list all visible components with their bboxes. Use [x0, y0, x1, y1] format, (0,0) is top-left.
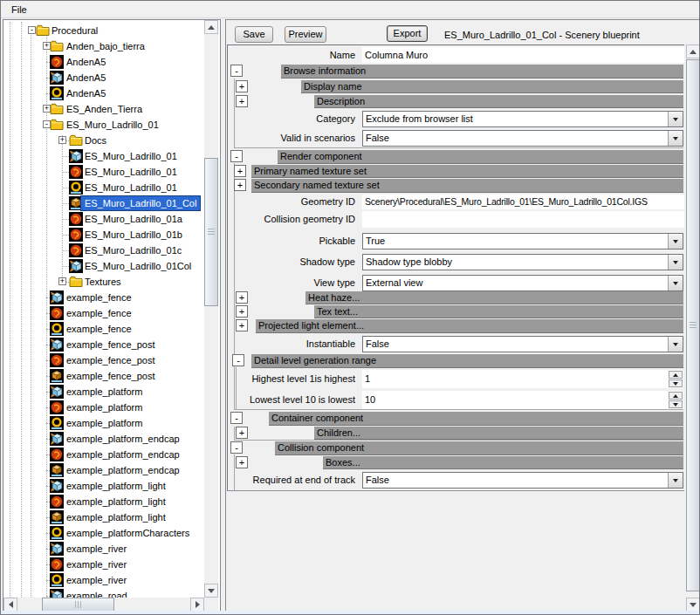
name-field[interactable]: Columna Muro — [362, 47, 684, 63]
menu-file[interactable]: File — [4, 2, 34, 17]
tree-item[interactable]: example_platform — [3, 415, 204, 431]
tree-item[interactable]: ES_Muro_Ladrillo_01_Col — [3, 195, 204, 211]
expander-button[interactable]: - — [230, 441, 243, 454]
save-button[interactable]: Save — [235, 26, 273, 43]
tree-item[interactable]: AndenA5 — [3, 85, 204, 101]
tree-item[interactable]: +ES_Anden_Tierra — [3, 101, 204, 117]
description-section-header[interactable]: Description — [314, 95, 683, 108]
dropdown-arrow-button[interactable] — [668, 276, 683, 290]
tree-item[interactable]: ES_Muro_Ladrillo_01 — [3, 148, 204, 164]
expander-button[interactable]: - — [230, 150, 243, 162]
tree-item[interactable]: example_platform_endcap — [3, 447, 204, 462]
scroll-up-button[interactable] — [686, 44, 700, 58]
tree-item[interactable]: example_platformCharacters — [3, 525, 204, 541]
tree-item[interactable]: example_platform_light — [3, 494, 204, 509]
tree-item[interactable]: -ES_Muro_Ladrillo_01 — [3, 117, 204, 133]
expander-button[interactable]: - — [232, 354, 244, 366]
tree-item[interactable]: example_fence_post — [3, 352, 204, 368]
tree-item[interactable]: example_fence_post — [3, 368, 204, 384]
collapse-box[interactable]: - — [28, 26, 36, 34]
vertical-scroll-thumb[interactable] — [204, 158, 218, 306]
export-button[interactable]: Export — [387, 25, 428, 42]
primary-named-texture-set-section-header[interactable]: Primary named texture set — [251, 165, 683, 178]
scroll-down-button[interactable] — [686, 598, 700, 612]
tree-item[interactable]: example_platform_light — [3, 478, 204, 494]
dropdown-arrow-button[interactable] — [668, 234, 683, 249]
expander-button[interactable]: + — [236, 80, 248, 92]
expander-button[interactable]: + — [236, 291, 248, 304]
expander-button[interactable]: + — [234, 165, 246, 177]
tree-item[interactable]: example_road — [3, 588, 204, 598]
tree-item[interactable]: ES_Muro_Ladrillo_01 — [3, 180, 204, 195]
tree-item[interactable]: example_river — [3, 572, 204, 588]
tree-item[interactable]: +Anden_bajo_tierra — [3, 38, 204, 54]
collapse-box[interactable]: - — [43, 120, 51, 128]
boxes-section-header[interactable]: Boxes... — [323, 456, 683, 469]
required-at-end-of-track-dropdown[interactable]: False — [362, 472, 683, 489]
tree-item[interactable]: example_river — [3, 541, 204, 557]
tree-item[interactable]: ES_Muro_Ladrillo_01Col — [3, 258, 204, 274]
collision-component-section-header[interactable]: Collision component — [275, 441, 683, 455]
tree-item[interactable]: example_fence — [3, 321, 204, 337]
expand-box[interactable]: + — [58, 136, 66, 144]
tree-item[interactable]: +Textures — [3, 274, 204, 290]
expand-box[interactable]: + — [43, 42, 51, 50]
spin-up-button[interactable] — [669, 371, 683, 379]
expander-button[interactable]: - — [230, 65, 243, 77]
scroll-left-button[interactable] — [3, 598, 17, 612]
geometry-id-field[interactable]: Scenery\Procedural\ES_Muro_Ladrillo_01\E… — [362, 195, 684, 209]
scroll-up-button[interactable] — [204, 20, 218, 34]
expander-button[interactable]: + — [234, 179, 246, 191]
tree-item[interactable]: -Procedural — [3, 23, 204, 38]
preview-button[interactable]: Preview — [285, 26, 326, 43]
tree-item[interactable]: example_platform_light — [3, 509, 204, 525]
expander-button[interactable]: - — [230, 412, 243, 424]
tree-item[interactable]: example_platform_endcap — [3, 462, 204, 478]
highest-level-1is-highest-field[interactable]: 1 — [362, 370, 683, 388]
dropdown-arrow-button[interactable] — [668, 255, 683, 270]
dropdown-arrow-button[interactable] — [668, 131, 683, 146]
scroll-down-button[interactable] — [204, 584, 218, 598]
render-component-section-header[interactable]: Render component — [278, 150, 683, 164]
container-component-section-header[interactable]: Container component — [269, 412, 683, 426]
shadow-type-dropdown[interactable]: Shadow type blobby — [362, 254, 683, 270]
horizontal-scroll-thumb[interactable] — [42, 598, 114, 612]
spin-up-button[interactable] — [669, 392, 683, 400]
expander-button[interactable]: + — [236, 95, 248, 107]
tree-item[interactable]: example_platform — [3, 400, 204, 415]
spin-down-button[interactable] — [669, 379, 683, 387]
tree-item[interactable]: AndenA5 — [3, 54, 204, 70]
tree-item[interactable]: ES_Muro_Ladrillo_01a — [3, 211, 204, 227]
dropdown-arrow-button[interactable] — [668, 112, 683, 126]
expand-box[interactable]: + — [58, 277, 66, 285]
expander-button[interactable]: + — [236, 427, 248, 439]
spin-down-button[interactable] — [669, 400, 683, 408]
lowest-level-10-is-lowest-field[interactable]: 10 — [362, 391, 683, 409]
tree-item[interactable]: example_platform_endcap — [3, 431, 204, 447]
heat-haze-section-header[interactable]: Heat haze... — [305, 291, 683, 304]
tex-text-section-header[interactable]: Tex text... — [314, 305, 683, 318]
secondary-named-texture-set-section-header[interactable]: Secondary named texture set — [251, 179, 683, 193]
tree-item[interactable]: AndenA5 — [3, 70, 204, 85]
collision-geometry-id-field[interactable] — [362, 211, 684, 228]
children-section-header[interactable]: Children... — [314, 427, 683, 440]
tree-item[interactable]: ES_Muro_Ladrillo_01c — [3, 243, 204, 258]
tree-item[interactable]: example_platform — [3, 384, 204, 400]
tree-item[interactable]: example_fence_post — [3, 337, 204, 352]
display-name-section-header[interactable]: Display name — [301, 80, 683, 93]
browse-information-section-header[interactable]: Browse information — [281, 65, 683, 79]
tree-item[interactable]: +Docs — [3, 133, 204, 148]
instantiable-dropdown[interactable]: False — [362, 336, 683, 352]
projected-light-element-section-header[interactable]: Projected light element... — [256, 319, 683, 333]
scroll-right-button[interactable] — [190, 598, 204, 612]
view-type-dropdown[interactable]: External view — [362, 275, 683, 291]
category-dropdown[interactable]: Exclude from browser list — [362, 111, 683, 127]
pickable-dropdown[interactable]: True — [362, 233, 683, 249]
tree-item[interactable]: ES_Muro_Ladrillo_01b — [3, 227, 204, 243]
expander-button[interactable]: + — [236, 456, 248, 468]
expander-button[interactable]: + — [236, 305, 248, 318]
detail-level-generation-range-section-header[interactable]: Detail level generation range — [251, 354, 683, 368]
valid-in-scenarios-dropdown[interactable]: False — [362, 130, 683, 147]
tree-item[interactable]: ES_Muro_Ladrillo_01 — [3, 164, 204, 180]
expander-button[interactable]: + — [236, 319, 248, 331]
